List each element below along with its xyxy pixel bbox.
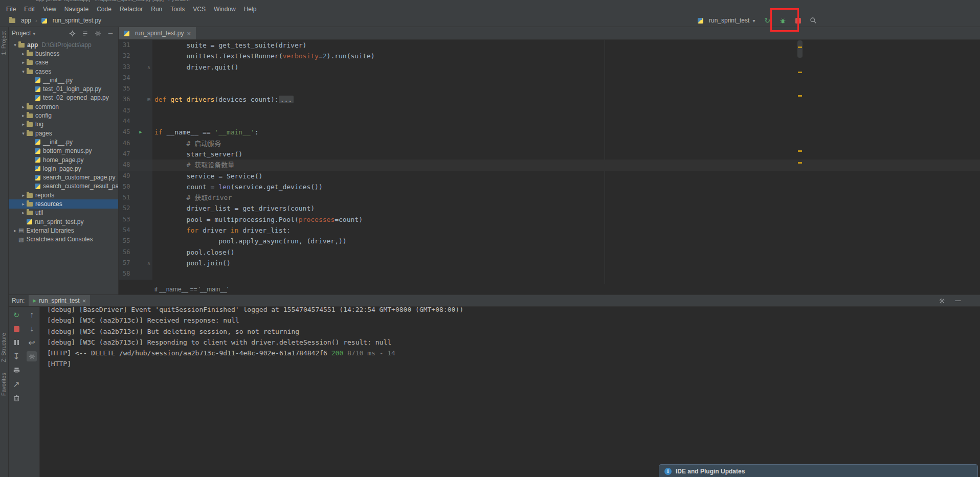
tree-item-home-page-py[interactable]: home_page.py: [9, 155, 118, 164]
tree-item-case[interactable]: ▸case: [9, 58, 118, 67]
tree-item-log[interactable]: ▸log: [9, 120, 118, 129]
tree-item-search-customer-page-py[interactable]: search_customer_page.py: [9, 173, 118, 181]
chevron-right-icon[interactable]: ▸: [20, 122, 27, 127]
fold-expand-icon[interactable]: ⊞: [145, 94, 152, 105]
code-line-54[interactable]: 54 for driver in driver_list:: [119, 225, 980, 236]
warning-mark[interactable]: [798, 150, 802, 152]
code-line-53[interactable]: 53 pool = multiprocessing.Pool(processes…: [119, 214, 980, 225]
tree-item-test-02-opened-app-py[interactable]: test_02_opened_app.py: [9, 94, 118, 102]
tree-item-util[interactable]: ▸util: [9, 209, 118, 217]
rerun-icon[interactable]: ↻: [763, 16, 772, 25]
fold-collapse-icon[interactable]: ∧: [145, 258, 152, 268]
notification-popup[interactable]: i IDE and Plugin Updates: [659, 464, 978, 477]
chevron-down-icon[interactable]: ▾: [20, 69, 27, 74]
menu-code[interactable]: Code: [93, 4, 116, 14]
gutter[interactable]: 54: [119, 225, 152, 236]
chevron-right-icon[interactable]: ▸: [20, 104, 27, 109]
pin-icon[interactable]: ↗: [12, 379, 21, 389]
code-editor[interactable]: 31 suite = get_test_suite(driver)32 unit…: [119, 40, 980, 284]
chevron-down-icon[interactable]: ▾: [20, 131, 27, 136]
menu-view[interactable]: View: [39, 4, 60, 14]
menu-navigate[interactable]: Navigate: [60, 4, 93, 14]
menu-help[interactable]: Help: [240, 4, 261, 14]
chevron-right-icon[interactable]: ▸: [20, 60, 27, 65]
code-line-34[interactable]: 34: [119, 73, 980, 83]
stop-icon[interactable]: [793, 16, 803, 25]
code-line-49[interactable]: 49 service = Service(): [119, 171, 980, 181]
project-tree[interactable]: ▾appD:\GitProjects\app▸business▸case▾cas…: [9, 39, 118, 294]
editor-tab-run-sprint-test[interactable]: run_sprint_test.py ×: [119, 27, 196, 39]
error-stripe[interactable]: [797, 39, 803, 284]
scroll-to-end-icon[interactable]: ↧: [12, 352, 21, 361]
collapse-all-icon[interactable]: [80, 29, 90, 38]
code-line-55[interactable]: 55 pool.apply_async(run, (driver,)): [119, 236, 980, 246]
code-line-36[interactable]: 36⊞def get_drivers(devices_count):...: [119, 94, 980, 105]
tree-item-common[interactable]: ▸common: [9, 102, 118, 111]
print-icon[interactable]: [12, 366, 21, 375]
gutter[interactable]: 31: [119, 40, 152, 51]
tree-item-scratches-and-consoles[interactable]: ▧Scratches and Consoles: [9, 235, 118, 244]
tree-item-login-page-py[interactable]: login_page.py: [9, 164, 118, 173]
settings-icon[interactable]: [27, 352, 36, 361]
close-icon[interactable]: ×: [82, 298, 86, 304]
gutter[interactable]: 56: [119, 247, 152, 258]
run-tab[interactable]: ▶ run_sprint_test ×: [29, 295, 90, 306]
gutter[interactable]: 52: [119, 203, 152, 214]
warning-mark[interactable]: [798, 162, 802, 164]
tree-item--init-py[interactable]: __init__.py: [9, 76, 118, 84]
search-icon[interactable]: [809, 16, 818, 25]
tree-item-test-01-login-app-py[interactable]: test_01_login_app.py: [9, 84, 118, 93]
close-icon[interactable]: ×: [187, 30, 191, 37]
tool-button-project[interactable]: 1: Project: [1, 31, 7, 55]
code-line-47[interactable]: 47 start_server(): [119, 149, 980, 160]
chevron-right-icon[interactable]: ▸: [12, 228, 18, 233]
code-area[interactable]: 31 suite = get_test_suite(driver)32 unit…: [119, 40, 980, 280]
warning-mark[interactable]: [798, 47, 802, 48]
console-output[interactable]: [debug] [BaseDriver] Event 'quitSessionF…: [40, 307, 980, 477]
code-line-46[interactable]: 46 # 启动服务: [119, 138, 980, 149]
code-line-45[interactable]: 45▶if __name__ == '__main__':: [119, 127, 980, 138]
tree-item-bottom-menus-py[interactable]: bottom_menus.py: [9, 147, 118, 155]
menu-run[interactable]: Run: [147, 4, 166, 14]
code-line-51[interactable]: 51 # 获取driver: [119, 192, 980, 203]
chevron-down-icon[interactable]: ▾: [12, 42, 18, 48]
code-line-50[interactable]: 50 count = len(service.get_devices()): [119, 181, 980, 192]
menu-edit[interactable]: Edit: [20, 4, 39, 14]
gutter[interactable]: 55: [119, 236, 152, 246]
gutter[interactable]: 57∧: [119, 258, 152, 268]
code-line-58[interactable]: 58: [119, 268, 980, 279]
code-line-31[interactable]: 31 suite = get_test_suite(driver): [119, 40, 980, 51]
tool-button-structure[interactable]: Z: Structure: [1, 333, 7, 362]
gutter[interactable]: 43: [119, 105, 152, 116]
stop-icon[interactable]: [12, 324, 21, 333]
clear-icon[interactable]: [12, 393, 21, 402]
tree-item--init-py[interactable]: __init__.py: [9, 138, 118, 146]
chevron-right-icon[interactable]: ▸: [20, 201, 27, 207]
tree-item-search-customer-result-page-py[interactable]: search_customer_result_page.py: [9, 182, 118, 191]
tree-item-cases[interactable]: ▾cases: [9, 67, 118, 76]
project-panel-title[interactable]: Project: [12, 30, 31, 37]
chevron-right-icon[interactable]: ▸: [20, 51, 27, 56]
gutter[interactable]: 45▶: [119, 127, 152, 138]
gutter[interactable]: 53: [119, 214, 152, 225]
code-line-32[interactable]: 32 unittest.TextTestRunner(verbosity=2).…: [119, 51, 980, 61]
run-configuration-select[interactable]: run_sprint_test ▾: [696, 16, 757, 25]
tree-item-run-sprint-test-py[interactable]: run_sprint_test.py: [9, 217, 118, 226]
breadcrumb-file[interactable]: run_sprint_test.py: [53, 17, 101, 24]
soft-wrap-icon[interactable]: ↩: [27, 338, 36, 347]
menu-window[interactable]: Window: [210, 4, 240, 14]
gutter[interactable]: 34: [119, 73, 152, 83]
scrollbar-thumb[interactable]: [797, 40, 803, 58]
chevron-right-icon[interactable]: ▸: [20, 210, 27, 215]
pause-icon[interactable]: [12, 338, 21, 347]
breadcrumb-app[interactable]: app: [21, 17, 31, 24]
gutter[interactable]: 47: [119, 149, 152, 160]
warning-mark[interactable]: [798, 72, 802, 73]
chevron-right-icon[interactable]: ▸: [20, 193, 27, 198]
menu-refactor[interactable]: Refactor: [116, 4, 147, 14]
gutter[interactable]: 46: [119, 138, 152, 149]
locate-icon[interactable]: [68, 29, 77, 38]
tree-item-pages[interactable]: ▾pages: [9, 129, 118, 138]
gutter[interactable]: 44: [119, 116, 152, 127]
hide-icon[interactable]: ─: [953, 296, 963, 305]
